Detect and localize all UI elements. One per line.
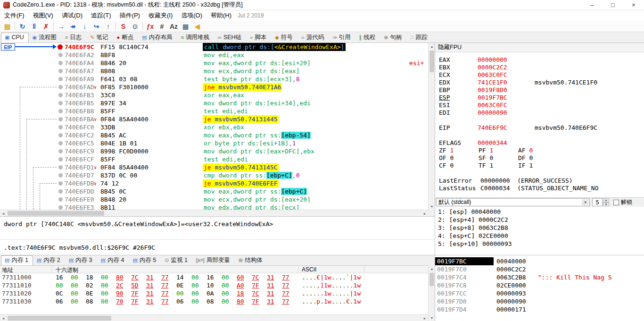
disasm-row[interactable]: 740E6FB333C0xor eax,eax	[0, 91, 428, 99]
tab-script[interactable]: »脚本	[246, 33, 271, 42]
calling-convention-select[interactable]: 默认 (stdcall) ▼	[436, 198, 590, 206]
maximize-button[interactable]: □	[603, 0, 623, 10]
breakpoint-dot[interactable]	[58, 133, 63, 137]
status-row[interactable]: LastStatusC0000034 (STATUS_OBJECT_NAME_N…	[439, 185, 644, 192]
scrollbar-thumb[interactable]	[8, 316, 111, 321]
tab-log[interactable]: ≡日志	[61, 33, 86, 42]
scroll-up-icon[interactable]: ▲	[429, 43, 435, 50]
registers-panel[interactable]: 隐藏FPU EAX00000000EBX0000C2C2ECX0063C0FCE…	[435, 43, 644, 197]
scroll-right-icon[interactable]: ►	[421, 210, 428, 217]
breakpoint-dot[interactable]	[58, 173, 63, 177]
tab-graph[interactable]: ◉流程图	[29, 33, 61, 42]
stepper-down-icon[interactable]: ▼	[603, 203, 609, 207]
breakpoint-dot[interactable]	[58, 141, 63, 145]
disasm-row[interactable]: 740E6FB885FFtest edi,edi	[0, 107, 428, 115]
breakpoint-dot[interactable]	[58, 109, 63, 113]
stack-row[interactable]: 0019F7CC00000093	[435, 289, 644, 297]
breakpoint-dot[interactable]	[58, 181, 63, 186]
argument-row[interactable]: 3: [esp+8] 0063C2B8	[438, 224, 644, 232]
step-over-button[interactable]: ↪	[91, 21, 102, 32]
breakpoint-dot[interactable]	[58, 157, 63, 161]
breakpoint-dot[interactable]	[58, 53, 63, 57]
register-row[interactable]: ESI0063C0FC	[439, 101, 644, 109]
tab-struct[interactable]: ⊞结构体	[235, 255, 267, 265]
scroll-right-icon[interactable]: ►	[421, 315, 428, 321]
execute-till-return-button[interactable]: ↑	[102, 21, 114, 32]
tab-dump-1[interactable]: ▤内存 1	[1, 255, 33, 265]
argument-count-stepper[interactable]: 5	[592, 198, 603, 206]
dump-horizontal-scrollbar[interactable]: ◄ ►	[0, 314, 428, 321]
breakpoint-dot[interactable]	[58, 61, 63, 65]
dump-row[interactable]: 773110200C000E00907F317700000A00187C3177…	[0, 289, 428, 297]
close-button[interactable]: ×	[623, 0, 644, 10]
step-into-button[interactable]: ↓	[79, 21, 91, 32]
tab-dump-4[interactable]: ▤内存 4	[97, 255, 129, 265]
disasm-row[interactable]: 740E6FC5804E 1B 01or byte ptr ds:[esi+1B…	[0, 139, 428, 147]
tab-seh[interactable]: ∞SEH链	[214, 33, 246, 42]
breakpoint-dot[interactable]	[58, 165, 63, 169]
arguments-list[interactable]: 1: [esp] 000400002: [esp+4] 0000C2C23: […	[435, 207, 644, 255]
menu-item[interactable]: 帮助(H)	[206, 10, 236, 21]
flags-row[interactable]: OF 0SF 0DF 0	[439, 154, 644, 162]
register-row[interactable]: EBX0000C2C2	[439, 64, 644, 71]
notify-button[interactable]: ◀	[191, 21, 203, 32]
settings-button[interactable]: ⊙	[129, 21, 141, 32]
scrollbar-thumb[interactable]	[8, 211, 104, 216]
disasm-row[interactable]: 740E6FA78B08mov ecx,dword ptr ds:[eax]	[0, 67, 428, 75]
stack-row[interactable]: 0019F7C40063C2B8"::: Kill This Nag S	[435, 273, 644, 281]
stop-button[interactable]: ✗	[40, 21, 52, 32]
register-row[interactable]: EDX741CE1F0msvbvm50.741CE1F0	[439, 79, 644, 86]
disasm-row[interactable]: 740E6FE38B11mov edx,dword ptr ds:[ecx]	[0, 203, 428, 210]
flags-row[interactable]: ZF 1PF 1AF 0	[439, 147, 644, 154]
stack-row[interactable]: 0019F7BC00040000	[435, 257, 644, 265]
hash-button[interactable]: #	[156, 21, 168, 32]
register-row[interactable]: EAX00000000	[439, 56, 644, 64]
unlock-checkbox[interactable]	[613, 200, 619, 205]
breakpoint-dot[interactable]	[58, 44, 63, 50]
breakpoint-dot[interactable]	[58, 85, 63, 89]
disasm-row[interactable]: 740E6FB5897E 34mov dword ptr ds:[esi+34]…	[0, 99, 428, 107]
scroll-left-icon[interactable]: ◄	[0, 315, 7, 321]
disassembly-view[interactable]: EIP 740E6F9CFF15 8C140C74call dword ptr …	[0, 43, 428, 210]
argument-row[interactable]: 4: [esp+C] 02CE0000	[438, 232, 644, 240]
register-row[interactable]: EBP0019F8D0	[439, 86, 644, 94]
disasm-row[interactable]: 740E6FCF85FFtest edi,edi	[0, 155, 428, 163]
hide-fpu-button[interactable]: 隐藏FPU	[435, 43, 644, 52]
status-row[interactable]: LastError00000000 (ERROR_SUCCESS)	[439, 177, 644, 185]
menu-item[interactable]: 插件(P)	[116, 10, 144, 21]
stack-view[interactable]: 0019F7BC000400000019F7C00000C2C20019F7C4…	[435, 255, 644, 321]
calculator-button[interactable]: ▦	[180, 21, 191, 32]
menu-item[interactable]: 收藏夹(I)	[144, 10, 177, 21]
disasm-row[interactable]: 740E6FD1∨0F84 85A40400je msvbvm50.741314…	[0, 163, 428, 171]
scroll-up-icon[interactable]: ▲	[429, 265, 435, 272]
breakpoint-dot[interactable]	[58, 117, 63, 121]
disasm-row[interactable]: 740E6FAD∨0F85 F3010000jne msvbvm50.740E7…	[0, 83, 428, 91]
menu-item[interactable]: 文件(F)	[0, 10, 29, 21]
disasm-row[interactable]: 740E6FA9F641 03 08test byte ptr ds:[ecx+…	[0, 75, 428, 83]
argument-row[interactable]: 5: [esp+10] 00000093	[438, 240, 644, 248]
scroll-down-icon[interactable]: ▼	[429, 314, 435, 321]
scrollbar-thumb[interactable]	[429, 273, 434, 286]
tab-handles[interactable]: ⊕句柄	[380, 33, 406, 42]
breakpoint-dot[interactable]	[58, 149, 63, 153]
tab-trace[interactable]: ∴跟踪	[406, 33, 432, 42]
argument-row[interactable]: 1: [esp] 00040000	[438, 208, 644, 216]
disasm-row[interactable]: 740E6FBA∨0F84 85A40400je msvbvm50.741314…	[0, 115, 428, 123]
scrollbar-thumb[interactable]	[429, 51, 434, 72]
tab-watch-1[interactable]: ⊙监视 1	[161, 255, 192, 265]
register-row[interactable]: ESP0019F7BC	[439, 94, 644, 101]
tab-symbols[interactable]: ◆符号	[271, 33, 297, 42]
seh-chain-button[interactable]: S	[117, 21, 129, 32]
stepper-up-icon[interactable]: ▲	[603, 198, 609, 203]
run-to-user-button[interactable]: ↠	[67, 21, 79, 32]
tab-dump-5[interactable]: ▤内存 5	[129, 255, 161, 265]
register-row[interactable]: EDI00000090	[439, 109, 644, 117]
breakpoint-dot[interactable]	[58, 197, 63, 202]
register-row[interactable]: EIP740E6F9Cmsvbvm50.740E6F9C	[439, 124, 644, 132]
scroll-left-icon[interactable]: ◄	[0, 210, 7, 217]
breakpoint-dot[interactable]	[58, 77, 63, 81]
chevron-down-icon[interactable]: ▼	[582, 199, 589, 205]
stack-row[interactable]: 0019F7D000000090	[435, 297, 644, 305]
tab-memory-map[interactable]: ▤内存布局	[138, 33, 177, 42]
breakpoint-dot[interactable]	[58, 125, 63, 129]
